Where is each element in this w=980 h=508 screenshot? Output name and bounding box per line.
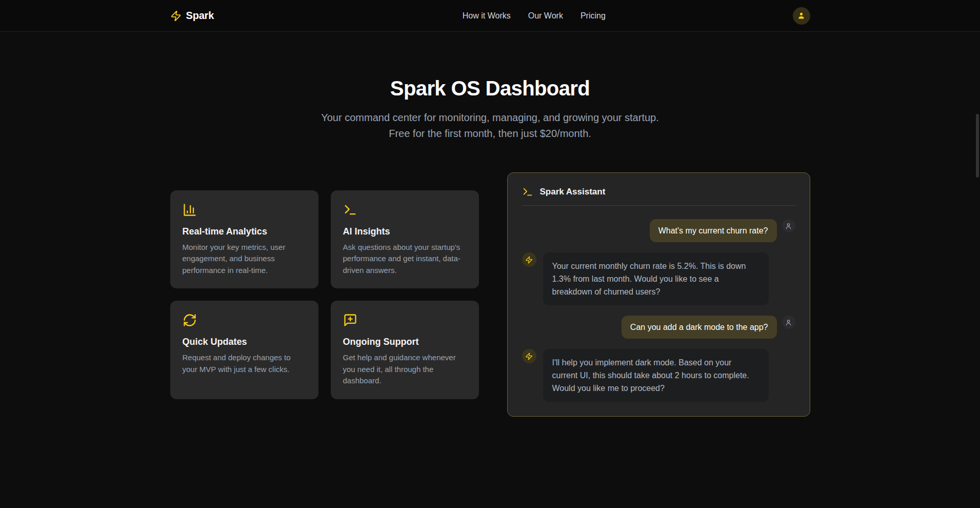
feature-title: Quick Updates bbox=[183, 337, 306, 347]
panel-divider bbox=[522, 205, 795, 206]
user-icon bbox=[797, 11, 806, 20]
feature-title: Ongoing Support bbox=[343, 337, 467, 347]
nav-link-how-it-works[interactable]: How it Works bbox=[463, 11, 511, 21]
nav-link-our-work[interactable]: Our Work bbox=[528, 11, 563, 21]
feature-title: Real-time Analytics bbox=[183, 226, 306, 237]
chat-row-user: Can you add a dark mode to the app? bbox=[522, 316, 795, 339]
zap-icon bbox=[170, 10, 182, 22]
chat-row-assistant: Your current monthly churn rate is 5.2%.… bbox=[522, 252, 795, 305]
brand[interactable]: Spark bbox=[170, 10, 214, 22]
feature-grid: Real-time Analytics Monitor your key met… bbox=[170, 190, 479, 399]
brand-name: Spark bbox=[186, 10, 214, 22]
chat-message-user: Can you add a dark mode to the app? bbox=[622, 316, 777, 339]
hero-subtitle: Your command center for monitoring, mana… bbox=[313, 110, 667, 142]
chat-message-assistant: Your current monthly churn rate is 5.2%.… bbox=[543, 252, 769, 305]
refresh-icon bbox=[183, 313, 306, 327]
chat-messages: What's my current churn rate? Your curre… bbox=[522, 219, 795, 402]
chat-row-user: What's my current churn rate? bbox=[522, 219, 795, 242]
assistant-panel-title: Spark Assistant bbox=[540, 187, 606, 197]
feature-card-quick-updates: Quick Updates Request and deploy changes… bbox=[170, 301, 318, 399]
feature-card-ai-insights: AI Insights Ask questions about your sta… bbox=[331, 190, 479, 289]
chat-message-user: What's my current churn rate? bbox=[650, 219, 777, 242]
top-nav: Spark How it Works Our Work Pricing bbox=[0, 0, 980, 32]
terminal-icon bbox=[522, 186, 533, 198]
assistant-panel: Spark Assistant What's my current churn … bbox=[507, 172, 810, 417]
page-title: Spark OS Dashboard bbox=[0, 76, 980, 101]
user-avatar bbox=[782, 219, 795, 232]
scrollbar-thumb[interactable] bbox=[976, 114, 979, 178]
feature-description: Request and deploy changes to your MVP w… bbox=[183, 352, 306, 375]
feature-card-real-time-analytics: Real-time Analytics Monitor your key met… bbox=[170, 190, 318, 289]
bar-chart-icon bbox=[183, 203, 306, 217]
message-square-plus-icon bbox=[343, 313, 467, 327]
terminal-icon bbox=[343, 203, 467, 217]
feature-title: AI Insights bbox=[343, 226, 467, 237]
user-avatar bbox=[782, 316, 795, 329]
nav-links: How it Works Our Work Pricing bbox=[463, 11, 606, 21]
feature-description: Ask questions about your startup's perfo… bbox=[343, 242, 467, 277]
nav-link-pricing[interactable]: Pricing bbox=[581, 11, 606, 21]
chat-row-assistant: I'll help you implement dark mode. Based… bbox=[522, 349, 795, 402]
feature-card-ongoing-support: Ongoing Support Get help and guidance wh… bbox=[331, 301, 479, 399]
assistant-avatar bbox=[522, 252, 536, 267]
account-button[interactable] bbox=[793, 7, 810, 25]
feature-description: Get help and guidance whenever you need … bbox=[343, 352, 467, 387]
assistant-avatar bbox=[522, 349, 536, 363]
feature-description: Monitor your key metrics, user engagemen… bbox=[183, 242, 306, 277]
hero-section: Spark OS Dashboard Your command center f… bbox=[0, 32, 980, 142]
chat-message-assistant: I'll help you implement dark mode. Based… bbox=[543, 349, 769, 402]
assistant-panel-header: Spark Assistant bbox=[522, 186, 795, 198]
